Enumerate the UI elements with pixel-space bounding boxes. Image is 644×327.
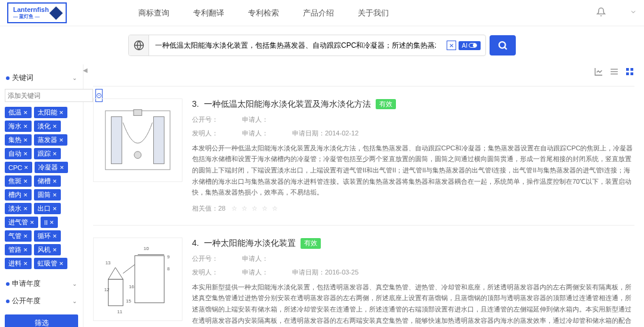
- keyword-chip[interactable]: 风机✕: [34, 244, 61, 255]
- nav-trademark[interactable]: 商标查询: [138, 8, 169, 18]
- filter-button[interactable]: 筛选: [5, 314, 78, 327]
- keyword-chip[interactable]: 虹吸管✕: [34, 258, 67, 269]
- keyword-chip[interactable]: 太阳能✕: [34, 107, 67, 118]
- nav-patent-search[interactable]: 专利检索: [248, 8, 279, 18]
- svg-point-1: [499, 42, 506, 48]
- clear-icon[interactable]: ✕: [447, 41, 456, 50]
- globe-icon[interactable]: [129, 35, 149, 55]
- keyword-chip[interactable]: 海水✕: [5, 121, 32, 132]
- chip-label: 低温: [8, 108, 21, 117]
- svg-text:12: 12: [104, 287, 110, 292]
- result-thumbnail[interactable]: [93, 98, 182, 182]
- view-chart-icon[interactable]: [594, 67, 603, 78]
- keyword-chip[interactable]: 淡化✕: [34, 121, 61, 132]
- chip-label: 焦斑: [8, 177, 21, 186]
- status-badge: 有效: [376, 99, 396, 109]
- user-menu-caret-icon[interactable]: [630, 8, 637, 17]
- pub-no: 公开号：: [192, 115, 218, 124]
- svg-rect-6: [630, 68, 633, 71]
- keyword-chip[interactable]: 淡水✕: [5, 203, 32, 214]
- add-keyword-input[interactable]: [5, 89, 93, 102]
- logo[interactable]: Lanternfish — 蓝灯鱼 —: [7, 2, 67, 23]
- apply-year-head[interactable]: 申请年度 ⌄: [5, 275, 78, 292]
- chip-close-icon[interactable]: ✕: [52, 206, 57, 212]
- chip-label: 储槽: [38, 177, 51, 186]
- chip-close-icon[interactable]: ✕: [52, 233, 57, 239]
- chip-close-icon[interactable]: ✕: [23, 206, 28, 212]
- view-list-icon[interactable]: [609, 67, 619, 78]
- main-nav: 商标查询 专利翻译 专利检索 产品介绍 关于我们: [138, 8, 596, 18]
- keyword-chip[interactable]: 圆筒✕: [34, 189, 61, 200]
- chip-close-icon[interactable]: ✕: [59, 110, 64, 116]
- chip-close-icon[interactable]: ✕: [23, 110, 28, 116]
- chip-close-icon[interactable]: ✕: [52, 124, 57, 129]
- view-grid-icon[interactable]: [625, 67, 634, 78]
- star-rating[interactable]: ☆ ☆ ☆ ☆ ☆: [231, 205, 279, 212]
- keyword-chip[interactable]: 进气管✕: [5, 217, 38, 228]
- keyword-chip[interactable]: 集热✕: [5, 134, 32, 146]
- keyword-chip[interactable]: 跟踪✕: [34, 148, 61, 159]
- chip-close-icon[interactable]: ✕: [23, 124, 28, 129]
- nav-about[interactable]: 关于我们: [358, 8, 389, 18]
- keyword-chip[interactable]: 出口✕: [34, 203, 61, 214]
- pub-year-head[interactable]: 公开年度 ⌄: [5, 292, 78, 310]
- nav-products[interactable]: 产品介绍: [303, 8, 334, 18]
- keyword-chip[interactable]: 蒸发器✕: [34, 134, 67, 146]
- keyword-chip[interactable]: 焦斑✕: [5, 175, 32, 187]
- keyword-chip[interactable]: 储槽✕: [34, 175, 61, 187]
- keyword-chip[interactable]: CPC✕: [5, 162, 32, 173]
- result-thumbnail[interactable]: 13158101116129: [93, 237, 182, 321]
- chip-close-icon[interactable]: ✕: [23, 261, 28, 267]
- keyword-chip[interactable]: 低温✕: [5, 107, 32, 118]
- nav-translate[interactable]: 专利翻译: [193, 8, 224, 18]
- chip-close-icon[interactable]: ✕: [52, 151, 57, 157]
- chip-close-icon[interactable]: ✕: [23, 151, 28, 157]
- keyword-chip[interactable]: 自动✕: [5, 148, 32, 159]
- chip-label: 圆筒: [38, 190, 51, 199]
- chip-label: 冷凝器: [38, 163, 58, 172]
- svg-rect-15: [109, 279, 123, 306]
- keyword-chip[interactable]: 气管✕: [5, 230, 32, 242]
- chip-close-icon[interactable]: ✕: [52, 192, 57, 198]
- chip-close-icon[interactable]: ✕: [52, 247, 57, 253]
- keyword-section-head[interactable]: 关键词 ⌄: [5, 69, 78, 87]
- chip-close-icon[interactable]: ✕: [24, 165, 29, 171]
- ai-toggle[interactable]: AI: [459, 41, 481, 50]
- svg-text:13: 13: [106, 260, 111, 266]
- chip-label: 风机: [38, 245, 51, 254]
- search-button[interactable]: [490, 35, 516, 55]
- result-title-link[interactable]: 一种太阳能海水淡化装置: [204, 237, 296, 249]
- pub-no: 公开号：: [192, 254, 218, 263]
- chip-close-icon[interactable]: ✕: [59, 137, 64, 143]
- chip-close-icon[interactable]: ✕: [59, 261, 64, 267]
- search-input[interactable]: [149, 35, 442, 55]
- keyword-chip[interactable]: 管路✕: [5, 244, 32, 255]
- chip-close-icon[interactable]: ✕: [23, 233, 28, 239]
- result-item: 3. 一种低温太阳能海水淡化装置及海水淡化方法 有效公开号：申请人：发明人：申请…: [93, 86, 634, 225]
- chip-close-icon[interactable]: ✕: [23, 192, 28, 198]
- chip-close-icon[interactable]: ✕: [23, 247, 28, 253]
- svg-rect-7: [626, 72, 629, 75]
- keyword-chip[interactable]: 槽内✕: [5, 189, 32, 200]
- chip-close-icon[interactable]: ✕: [23, 137, 28, 143]
- search-box: ✕ AI: [128, 35, 486, 56]
- keyword-chip[interactable]: 循环✕: [34, 230, 61, 242]
- keyword-chips: 低温✕太阳能✕海水✕淡化✕集热✕蒸发器✕自动✕跟踪✕CPC✕冷凝器✕焦斑✕储槽✕…: [5, 107, 78, 269]
- top-bar: Lanternfish — 蓝灯鱼 — 商标查询 专利翻译 专利检索 产品介绍 …: [0, 0, 644, 26]
- dot-icon: [6, 300, 10, 303]
- keyword-chip[interactable]: 进料✕: [5, 258, 32, 269]
- chip-label: 集热: [8, 135, 21, 144]
- chip-label: II: [44, 219, 48, 226]
- bell-icon[interactable]: [596, 7, 606, 18]
- svg-text:10: 10: [144, 246, 149, 251]
- keyword-chip[interactable]: 冷凝器✕: [35, 162, 68, 173]
- result-title-link[interactable]: 一种低温太阳能海水淡化装置及海水淡化方法: [204, 98, 371, 110]
- chip-close-icon[interactable]: ✕: [60, 165, 64, 171]
- chip-close-icon[interactable]: ✕: [52, 178, 57, 184]
- applicant: 申请人：: [242, 254, 268, 263]
- chip-close-icon[interactable]: ✕: [23, 178, 28, 184]
- chip-close-icon[interactable]: ✕: [49, 220, 54, 226]
- chip-close-icon[interactable]: ✕: [30, 220, 35, 226]
- chip-label: 进料: [8, 259, 21, 268]
- keyword-chip[interactable]: II✕: [41, 217, 58, 228]
